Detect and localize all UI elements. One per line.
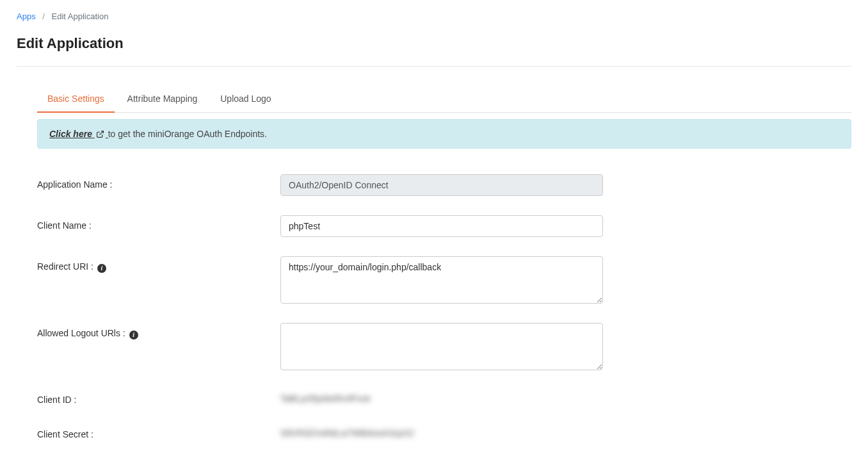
breadcrumb-separator: /: [42, 12, 45, 21]
click-here-text: Click here: [49, 129, 92, 139]
client-secret-value: S9VR3Zm4NtLw7WBAeuHJcpX2: [280, 424, 414, 438]
redirect-uri-label: Redirect URI : i: [37, 256, 280, 273]
tabs-container: Basic Settings Attribute Mapping Upload …: [37, 86, 851, 113]
click-here-link[interactable]: Click here: [49, 129, 108, 139]
breadcrumb-apps-link[interactable]: Apps: [17, 12, 36, 21]
client-secret-label: Client Secret :: [37, 424, 280, 439]
info-banner: Click here to get the miniOrange OAuth E…: [37, 119, 851, 149]
tab-attribute-mapping[interactable]: Attribute Mapping: [117, 86, 208, 113]
title-divider: [17, 66, 851, 67]
tab-upload-logo[interactable]: Upload Logo: [210, 86, 281, 113]
external-link-icon: [96, 130, 104, 138]
info-icon[interactable]: i: [97, 264, 106, 273]
client-name-field[interactable]: [280, 215, 603, 237]
info-icon[interactable]: i: [129, 331, 138, 339]
client-id-value: TaBLycRpokeRc4Fvxe: [280, 389, 371, 404]
logout-urls-label-text: Allowed Logout URls :: [37, 328, 128, 338]
redirect-uri-label-text: Redirect URI :: [37, 261, 96, 272]
tab-basic-settings[interactable]: Basic Settings: [37, 86, 115, 113]
info-banner-text: to get the miniOrange OAuth Endpoints.: [108, 129, 267, 139]
page-title: Edit Application: [17, 35, 851, 52]
svg-line-0: [99, 131, 103, 135]
breadcrumb: Apps / Edit Application: [17, 12, 851, 21]
breadcrumb-current: Edit Application: [52, 12, 109, 21]
redirect-uri-field[interactable]: https://your_domain/login.php/callback: [280, 256, 603, 304]
application-name-label: Application Name :: [37, 174, 280, 190]
logout-urls-field[interactable]: [280, 323, 603, 370]
application-name-field[interactable]: [280, 174, 603, 196]
logout-urls-label: Allowed Logout URls : i: [37, 323, 280, 339]
client-id-label: Client ID :: [37, 389, 280, 405]
client-name-label: Client Name :: [37, 215, 280, 231]
